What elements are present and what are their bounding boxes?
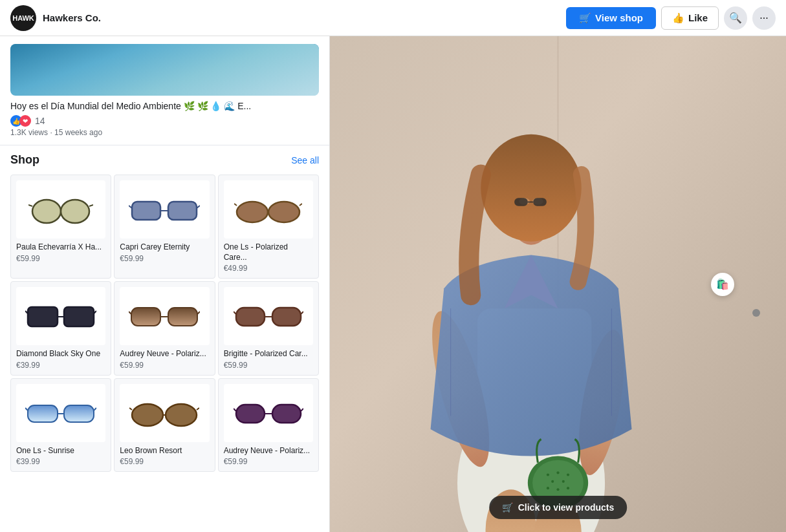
view-products-cart-icon: 🛒 <box>502 502 513 513</box>
post-views: 1.3K views <box>10 128 48 137</box>
product-name: One Ls - Polarized Care... <box>224 242 313 262</box>
product-card[interactable]: Audrey Neuve - Polariz...€59.99 <box>218 378 319 473</box>
product-card[interactable]: Leo Brown Resort€59.99 <box>114 378 215 473</box>
product-image <box>120 287 209 345</box>
like-icon: 👍 <box>672 12 684 24</box>
product-image <box>224 287 313 345</box>
svg-line-37 <box>197 408 199 410</box>
svg-point-62 <box>556 471 559 474</box>
product-name: Diamond Black Sky One <box>16 349 105 359</box>
product-image <box>224 384 313 442</box>
product-card[interactable]: Brigitte - Polarized Car...€59.99 <box>218 281 319 376</box>
product-name: Brigitte - Polarized Car... <box>224 349 313 359</box>
product-name: One Ls - Sunrise <box>16 446 105 456</box>
post-thumbnail[interactable] <box>10 44 319 96</box>
svg-point-63 <box>567 473 569 476</box>
post-time-ago: 15 weeks ago <box>54 128 102 137</box>
product-card[interactable]: Diamond Black Sky One€39.99 <box>10 281 111 376</box>
shop-cart-icon: 🛒 <box>579 12 591 24</box>
product-image <box>16 384 105 442</box>
svg-line-42 <box>301 409 303 411</box>
product-name: Capri Carey Eternity <box>120 242 209 253</box>
top-navigation: HAWK Hawkers Co. 🛒 View shop 👍 Like 🔍 ··… <box>0 0 786 36</box>
product-card[interactable]: Capri Carey Eternity€59.99 <box>114 175 215 279</box>
product-image <box>120 384 209 442</box>
like-button[interactable]: 👍 Like <box>661 6 719 30</box>
left-panel: Hoy es el Día Mundial del Medio Ambiente… <box>0 36 330 532</box>
nav-actions: 🛒 View shop 👍 Like 🔍 ··· <box>566 6 776 30</box>
product-card[interactable]: Paula Echevarría X Ha...€59.99 <box>10 175 111 279</box>
brand-logo: HAWK <box>10 5 36 31</box>
svg-point-10 <box>237 202 268 222</box>
search-button[interactable]: 🔍 <box>724 6 747 30</box>
svg-point-33 <box>132 404 163 426</box>
svg-point-65 <box>562 480 565 483</box>
svg-point-61 <box>547 473 549 476</box>
shop-tag-button[interactable]: 🛍️ <box>711 273 734 296</box>
svg-rect-57 <box>533 198 547 206</box>
shop-section: Shop See all Paula Echevarría X Ha...€59… <box>0 145 329 480</box>
logo-text: HAWK <box>12 14 34 22</box>
shop-tag-icon: 🛍️ <box>716 278 729 290</box>
svg-rect-56 <box>514 198 528 206</box>
post-reactions: 👍 ❤ 14 <box>10 115 319 127</box>
reaction-count: 14 <box>35 116 45 126</box>
svg-rect-39 <box>272 405 301 423</box>
svg-point-1 <box>61 200 89 223</box>
brand-name: Hawkers Co. <box>43 12 566 23</box>
product-image <box>16 287 105 345</box>
post-text: Hoy es el Día Mundial del Medio Ambiente… <box>10 101 319 111</box>
product-price: €59.99 <box>224 457 313 466</box>
main-layout: Hoy es el Día Mundial del Medio Ambiente… <box>0 36 786 532</box>
svg-point-68 <box>567 487 569 489</box>
svg-line-27 <box>301 312 303 314</box>
product-name: Audrey Neuve - Polariz... <box>120 349 209 359</box>
more-icon: ··· <box>759 12 768 24</box>
svg-rect-24 <box>272 308 301 326</box>
svg-rect-6 <box>168 202 197 220</box>
svg-point-34 <box>166 404 197 426</box>
svg-rect-38 <box>236 405 265 423</box>
svg-line-32 <box>94 408 96 410</box>
svg-rect-19 <box>168 308 197 326</box>
products-grid: Paula Echevarría X Ha...€59.99Capri Care… <box>10 175 319 472</box>
reaction-icons: 👍 ❤ <box>10 115 31 127</box>
see-all-link[interactable]: See all <box>291 155 319 165</box>
svg-line-31 <box>25 408 28 410</box>
product-card[interactable]: One Ls - Polarized Care...€49.99 <box>218 175 319 279</box>
product-price: €59.99 <box>120 361 209 370</box>
svg-line-36 <box>129 408 132 410</box>
view-products-text: Click to view products <box>518 502 615 513</box>
view-products-bar[interactable]: 🛒 Click to view products <box>489 496 628 519</box>
product-price: €59.99 <box>16 254 105 263</box>
svg-point-0 <box>32 200 61 223</box>
svg-point-11 <box>268 202 300 222</box>
product-price: €59.99 <box>120 254 209 263</box>
product-card[interactable]: Audrey Neuve - Polariz...€59.99 <box>114 281 215 376</box>
svg-line-41 <box>234 409 236 411</box>
post-preview: Hoy es el Día Mundial del Medio Ambiente… <box>0 36 329 145</box>
post-meta: 1.3K views · 15 weeks ago <box>10 128 319 137</box>
love-reaction-icon: ❤ <box>19 115 31 127</box>
svg-point-67 <box>556 488 559 491</box>
svg-line-3 <box>28 205 32 206</box>
view-shop-button[interactable]: 🛒 View shop <box>566 7 656 29</box>
product-price: €49.99 <box>224 264 313 273</box>
svg-rect-13 <box>28 307 58 326</box>
product-image <box>16 180 105 239</box>
more-button[interactable]: ··· <box>752 6 776 30</box>
shop-dot-indicator <box>752 309 760 317</box>
svg-rect-5 <box>132 202 160 220</box>
svg-rect-14 <box>64 307 94 326</box>
product-card[interactable]: One Ls - Sunrise€39.99 <box>10 378 111 473</box>
product-price: €39.99 <box>16 457 105 466</box>
shop-header: Shop See all <box>10 153 319 167</box>
like-label: Like <box>688 12 708 23</box>
view-shop-label: View shop <box>595 12 643 23</box>
product-price: €59.99 <box>120 457 209 466</box>
svg-line-26 <box>234 312 236 314</box>
svg-line-21 <box>129 312 131 314</box>
svg-point-64 <box>551 480 554 483</box>
right-photo-panel: 🛍️ 🛒 Click to view products <box>330 36 786 532</box>
svg-rect-23 <box>236 308 265 326</box>
